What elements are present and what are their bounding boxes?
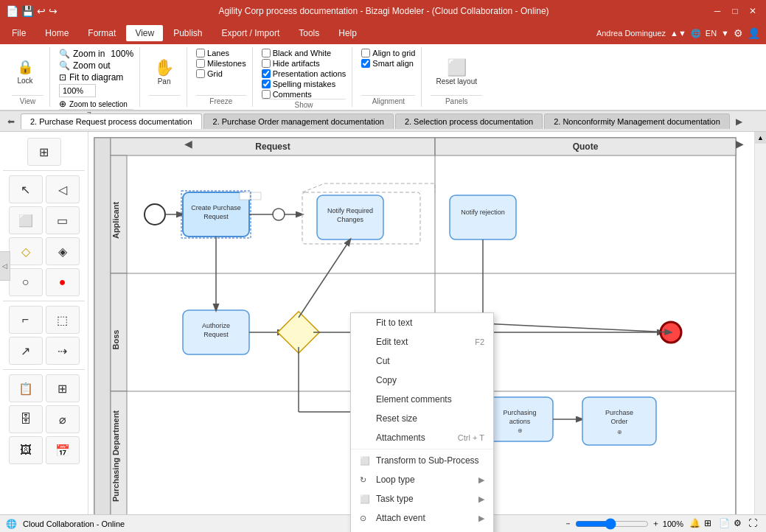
menu-help[interactable]: Help [330, 25, 366, 41]
tool-row-3: ⬜ ▭ [3, 206, 85, 234]
grid-icon[interactable]: ⊞ [704, 518, 716, 530]
spelling-check[interactable]: Spelling mistakes [262, 80, 336, 88]
lanes-check[interactable]: Lanes [196, 49, 229, 57]
tool-dashed-btn[interactable]: ⬚ [46, 306, 80, 334]
zoom-out-btn[interactable]: Zoom out [73, 60, 111, 71]
zoom-input[interactable] [59, 84, 96, 97]
spelling-checkbox[interactable] [262, 80, 271, 88]
doc-nav-right[interactable]: ▶ [731, 115, 747, 128]
tool-grid-btn[interactable]: ⊞ [27, 138, 61, 166]
ctx-task-type[interactable]: ⬜ Task type ▶ [351, 489, 493, 508]
tool-cursor-btn[interactable]: ↖ [9, 175, 43, 203]
align-grid-check[interactable]: Align to grid [361, 49, 415, 57]
ctx-reset-size[interactable]: Reset size [351, 409, 493, 428]
doc-tab-3[interactable]: 2. Nonconformity Management documentatio… [544, 113, 730, 129]
zoom-slider[interactable] [575, 518, 649, 530]
menu-tools[interactable]: Tools [290, 25, 328, 41]
ctx-properties[interactable]: Properties [351, 528, 493, 532]
bw-checkbox[interactable] [262, 49, 271, 57]
pan-button[interactable]: ✋ Pan [149, 56, 179, 88]
ctx-fit-to-text[interactable]: Fit to text [351, 313, 493, 332]
tool-dashed-arrow-btn[interactable]: ⇢ [46, 337, 80, 365]
menu-file[interactable]: File [3, 25, 35, 41]
doc-nav-left[interactable]: ⬅ [3, 115, 19, 128]
tool-rounded-btn[interactable]: ▭ [46, 206, 80, 234]
tool-table-btn[interactable]: ⊞ [46, 374, 80, 402]
ctx-edit-text[interactable]: Edit text F2 [351, 332, 493, 351]
comments-check[interactable]: Comments [262, 90, 312, 99]
comments-checkbox[interactable] [262, 90, 271, 99]
divider-1 [3, 170, 85, 171]
ctx-cut[interactable]: Cut [351, 351, 493, 371]
svg-text:⊕: ⊕ [518, 427, 523, 434]
menu-format[interactable]: Format [79, 25, 125, 41]
menu-home[interactable]: Home [36, 25, 77, 41]
artifacts-label: Hide artifacts [273, 59, 320, 68]
layers-icon[interactable]: 📄 [719, 518, 731, 530]
tool-collapse-btn[interactable]: ◁ [46, 175, 80, 203]
zoom-in-btn[interactable]: Zoom in [73, 49, 105, 59]
ctx-element-comments[interactable]: Element comments [351, 390, 493, 409]
fullscreen-icon[interactable]: ⛶ [748, 518, 760, 530]
tool-calendar-btn[interactable]: 📅 [46, 436, 80, 464]
scroll-up-btn[interactable]: ▲ [755, 132, 767, 144]
canvas-nav-right[interactable]: ▶ [736, 138, 744, 150]
tool-diamond-btn[interactable]: ◈ [46, 237, 80, 265]
tool-annotation-btn[interactable]: 📋 [9, 374, 43, 402]
svg-rect-1 [94, 138, 111, 521]
presentation-check[interactable]: Presentation actions [262, 69, 347, 78]
milestones-checkbox[interactable] [196, 59, 205, 68]
smart-align-check[interactable]: Smart align [361, 59, 414, 68]
svg-text:Notify Required: Notify Required [327, 207, 373, 214]
minimize-button[interactable]: ─ [710, 4, 725, 18]
align-grid-checkbox[interactable] [361, 49, 370, 57]
tool-circle-btn[interactable]: ● [46, 268, 80, 296]
milestones-check[interactable]: Milestones [196, 59, 246, 68]
restore-button[interactable]: □ [728, 4, 742, 18]
lanes-checkbox[interactable] [196, 49, 205, 57]
tool-task-btn[interactable]: ⬜ [9, 206, 43, 234]
bell-icon[interactable]: 🔔 [689, 518, 701, 530]
main-area: ⊞ ↖ ◁ ⬜ ▭ ◇ ◈ ○ ● ⌐ ⬚ ↗ ⇢ 📋 ⊞ [0, 132, 766, 532]
tool-row-10: 🖼 📅 [3, 436, 85, 464]
ctx-transform[interactable]: ⬜ Transform to Sub-Process [351, 451, 493, 470]
ribbon-group-zoom: 🔍 Zoom in 100% 🔍 Zoom out ⊡ Fit to diagr… [53, 47, 140, 107]
tool-data-btn[interactable]: 🗄 [9, 405, 43, 433]
reset-layout-button[interactable]: ⬜ Reset layout [431, 56, 482, 88]
menu-publish[interactable]: Publish [164, 25, 211, 41]
zoom-minus-icon[interactable]: － [564, 518, 572, 529]
presentation-checkbox[interactable] [262, 69, 271, 78]
doc-tab-1[interactable]: 2. Purchase Order management documentati… [203, 113, 394, 129]
smart-align-checkbox[interactable] [361, 59, 370, 68]
settings-icon[interactable]: ⚙ [734, 518, 745, 530]
artifacts-checkbox[interactable] [262, 59, 271, 68]
grid-check[interactable]: Grid [196, 69, 223, 78]
ctx-attach-event[interactable]: ⊙ Attach event ▶ [351, 508, 493, 528]
canvas-nav-left[interactable]: ◀ [184, 138, 192, 150]
ctx-copy[interactable]: Copy [351, 371, 493, 390]
tool-event-btn[interactable]: ○ [9, 268, 43, 296]
menu-view[interactable]: View [126, 25, 163, 41]
tool-gateway-btn[interactable]: ◇ [9, 237, 43, 265]
ctx-loop-type[interactable]: ↻ Loop type ▶ [351, 470, 493, 489]
tool-arrow-btn[interactable]: ↗ [9, 337, 43, 365]
tool-image-btn[interactable]: 🖼 [9, 436, 43, 464]
zoom-selection-btn[interactable]: Zoom to selection [69, 100, 128, 108]
tool-cylinder-btn[interactable]: ⌀ [46, 405, 80, 433]
bw-check[interactable]: Black and White [262, 49, 331, 57]
doc-tab-0[interactable]: 2. Purchase Request process documentatio… [21, 113, 202, 129]
grid-checkbox[interactable] [196, 69, 205, 78]
docbar: ⬅ 2. Purchase Request process documentat… [0, 111, 766, 132]
menu-export-import[interactable]: Export / Import [213, 25, 289, 41]
canvas[interactable]: Request Quote Applicant Boss Purchasing … [88, 132, 766, 532]
close-button[interactable]: ✕ [745, 4, 760, 18]
tool-corner-btn[interactable]: ⌐ [9, 306, 43, 334]
toolbar-collapse-btn[interactable]: ◁ [0, 251, 10, 281]
doc-tab-2[interactable]: 2. Selection process documentation [395, 113, 543, 129]
lock-button[interactable]: 🔒 Lock [12, 57, 38, 87]
zoom-plus-icon[interactable]: ＋ [652, 518, 660, 529]
fit-btn[interactable]: Fit to diagram [69, 72, 123, 83]
zoom-level: 100% [663, 519, 683, 528]
ctx-attachments[interactable]: Attachments Ctrl + T [351, 428, 493, 447]
artifacts-check[interactable]: Hide artifacts [262, 59, 320, 68]
